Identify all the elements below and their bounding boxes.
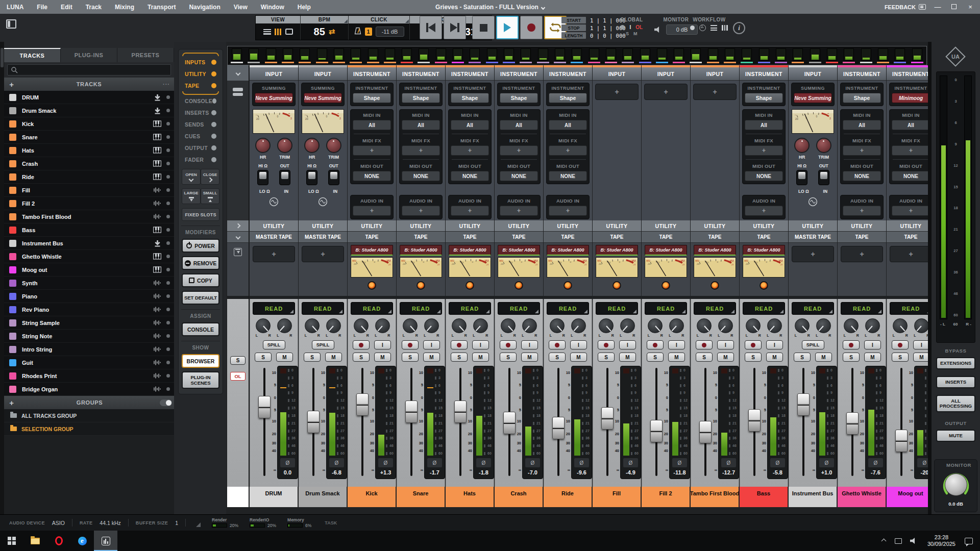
record-arm-button[interactable] [892, 340, 909, 349]
gutter-solo-clear-button[interactable]: S [230, 356, 246, 365]
polarity-button[interactable]: Ø [525, 458, 541, 468]
channel-name[interactable]: Fill [593, 487, 641, 500]
modifier-set-default-button[interactable]: SET DEFAULT [182, 291, 219, 305]
strip-size-icon[interactable] [233, 88, 243, 96]
fader-handle[interactable] [356, 393, 369, 416]
channel-type-header[interactable]: INSTRUMENT [348, 67, 396, 81]
mute-button[interactable]: M [325, 353, 342, 362]
utility-section-header[interactable]: UTILITY [789, 220, 837, 232]
polarity-button[interactable]: Ø [917, 458, 928, 468]
tape-slot-icon[interactable] [234, 248, 242, 256]
midi-fx-add-button[interactable]: + [353, 145, 391, 156]
track-monitor-dot[interactable] [166, 215, 170, 218]
workflow-mixer-icon[interactable] [722, 25, 728, 31]
tape-section-header[interactable]: TAPE [887, 232, 928, 243]
channel-name[interactable]: Moog out [887, 487, 928, 500]
solo-button[interactable]: S [255, 353, 272, 362]
instrument-slot[interactable]: INSTRUMENTShape [350, 83, 394, 106]
track-monitor-dot[interactable] [166, 175, 170, 179]
instrument-slot[interactable]: INSTRUMENTShape [840, 83, 884, 106]
record-arm-button[interactable] [402, 340, 419, 349]
instrument-slot[interactable]: INSTRUMENTShape [742, 83, 786, 106]
track-monitor-dot[interactable] [166, 135, 170, 139]
fader-handle[interactable] [601, 407, 614, 430]
utility-section-header[interactable]: UTILITY [299, 220, 347, 232]
spill-button[interactable]: SPILL [802, 340, 824, 349]
utility-section-header[interactable]: UTILITY [250, 220, 298, 232]
midi-out-value[interactable]: NONE [745, 171, 783, 181]
collapse-all-chevron[interactable] [227, 65, 249, 81]
tape-section-header[interactable]: MASTER TAPE [250, 232, 298, 243]
midi-in-value[interactable]: All [549, 120, 587, 130]
input-monitor-button[interactable]: I [570, 340, 587, 349]
luna-app-icon[interactable] [94, 531, 117, 551]
polarity-button[interactable]: Ø [427, 458, 443, 468]
studer-plugin-button[interactable]: B: Studer A800 [743, 245, 785, 256]
mute-button[interactable]: M [717, 353, 734, 362]
track-list-item[interactable]: Rhodes Print [4, 369, 174, 383]
audio-in-add-button[interactable]: + [745, 206, 783, 216]
global-solo[interactable]: S [626, 31, 629, 36]
record-arm-button[interactable] [647, 340, 664, 349]
bypass-extensions-button[interactable]: EXTENSIONS [936, 357, 975, 369]
polarity-button[interactable]: Ø [868, 458, 884, 468]
neve-summing-plugin[interactable]: Neve Summing [304, 93, 342, 103]
input-monitor-button[interactable]: I [864, 340, 881, 349]
output-mute-button[interactable]: MUTE [936, 430, 975, 442]
mute-button[interactable]: M [619, 353, 636, 362]
track-list-item[interactable]: Bass [4, 223, 174, 237]
polarity-button[interactable]: Ø [721, 458, 737, 468]
track-list-item[interactable]: Intro String [4, 343, 174, 356]
track-monitor-dot[interactable] [166, 294, 170, 298]
channel-name[interactable]: Tambo First Blood [691, 487, 739, 500]
click-beat-badge[interactable]: 1 [365, 28, 372, 36]
channel-name[interactable]: Ghetto Whistle [838, 487, 886, 500]
utility-section-header[interactable]: UTILITY [446, 220, 494, 232]
mute-button[interactable]: M [276, 353, 293, 362]
menu-item-window[interactable]: Window [254, 4, 291, 11]
automation-mode-button[interactable]: READ [302, 302, 344, 315]
track-monitor-dot[interactable] [166, 95, 170, 99]
spill-button[interactable]: SPILL [263, 340, 285, 349]
automation-mode-button[interactable]: READ [792, 302, 834, 315]
audio-in-add-button[interactable]: + [500, 206, 538, 216]
mute-button[interactable]: M [423, 353, 440, 362]
track-list-item[interactable]: Fill [4, 184, 174, 197]
solo-button[interactable]: S [843, 353, 860, 362]
bpm-value[interactable]: 85 [314, 26, 325, 38]
studer-plugin-button[interactable]: B: Studer A800 [498, 245, 540, 256]
in-out-switch[interactable] [328, 170, 339, 185]
polarity-button[interactable]: Ø [672, 458, 688, 468]
monitor-speaker-icon[interactable] [654, 27, 662, 33]
metronome-icon[interactable] [354, 27, 361, 37]
trim-knob[interactable]: TRIM [277, 138, 292, 160]
fixed-slots-button[interactable]: FIXED SLOTS [182, 208, 219, 221]
mute-button[interactable]: M [864, 353, 881, 362]
automation-mode-button[interactable]: READ [596, 302, 638, 315]
pan-knob[interactable]: LR [255, 318, 272, 337]
track-monitor-dot[interactable] [166, 387, 170, 391]
studer-plugin-button[interactable]: B: Studer A800 [547, 245, 589, 256]
taskbar-clock[interactable]: 23:28 30/09/2025 [927, 534, 955, 547]
fader-handle[interactable] [797, 393, 810, 416]
polarity-button[interactable]: Ø [819, 458, 835, 468]
polarity-button[interactable]: Ø [280, 458, 296, 468]
hr-knob[interactable]: HR [255, 138, 271, 160]
track-list-item[interactable]: Snare [4, 131, 174, 144]
status-field-value[interactable]: ASIO [52, 520, 65, 526]
pan-knob[interactable]: LR [843, 318, 860, 337]
pan-knob[interactable]: LR [717, 318, 734, 337]
input-monitor-button[interactable]: I [374, 340, 391, 349]
record-button[interactable] [520, 16, 543, 39]
fader-handle[interactable] [454, 400, 467, 423]
track-monitor-dot[interactable] [166, 202, 170, 205]
utility-section-header[interactable]: UTILITY [691, 220, 739, 232]
fader-handle[interactable] [699, 421, 712, 443]
channel-type-header[interactable]: INSTRUMENT [740, 67, 788, 81]
solo-button[interactable]: S [745, 353, 762, 362]
channel-name[interactable]: Instrument Bus [789, 487, 837, 500]
tab-tracks[interactable]: TRACKS [4, 48, 61, 62]
solo-button[interactable]: S [647, 353, 664, 362]
track-list-item[interactable]: Synth [4, 277, 174, 290]
neve-summing-plugin[interactable]: Neve Summing [255, 93, 293, 103]
